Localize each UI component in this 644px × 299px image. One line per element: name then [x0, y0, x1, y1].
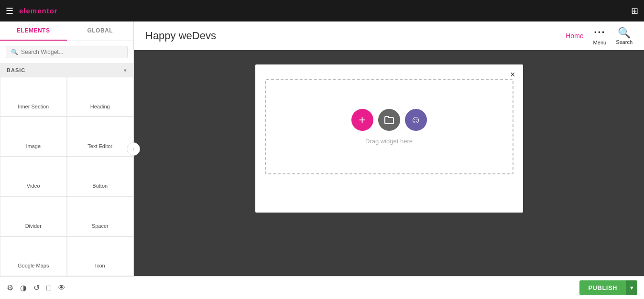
search-icon: 🔍 [11, 49, 18, 55]
happy-button[interactable]: ☺ [405, 109, 427, 131]
nav-menu-label: Menu [593, 40, 607, 45]
sidebar-search: 🔍 [0, 41, 133, 64]
widget-label-divider: Divider [25, 223, 42, 229]
layers-icon[interactable]: ◑ [20, 283, 27, 292]
nav-home-link[interactable]: Home [566, 32, 583, 40]
tab-global[interactable]: GLOBAL [67, 21, 134, 41]
sidebar-tabs: ELEMENTS GLOBAL [0, 21, 133, 41]
history-icon[interactable]: ↺ [33, 283, 40, 292]
responsive-icon[interactable]: □ [46, 284, 51, 292]
bottom-bar: ⚙ ◑ ↺ □ 👁 PUBLISH ▾ [0, 276, 644, 299]
add-widget-button[interactable]: + [351, 109, 373, 131]
section-label: BASIC [7, 67, 25, 73]
widget-grid: Inner Section H Heading [0, 77, 133, 276]
sidebar: ELEMENTS GLOBAL 🔍 BASIC ▾ [0, 21, 134, 276]
widget-text-editor[interactable]: Text Editor [67, 117, 134, 156]
nav-search-label: Search [616, 39, 633, 45]
widget-heading[interactable]: H Heading [67, 77, 134, 117]
preview-bar: Happy weDevs Home ··· Menu 🔍 Search [134, 21, 644, 50]
search-icon: 🔍 [618, 27, 631, 39]
sidebar-collapse-toggle[interactable]: ‹ [127, 142, 140, 156]
elementor-logo: elementor [19, 7, 58, 15]
publish-arrow-button[interactable]: ▾ [626, 280, 637, 295]
widget-divider[interactable]: Divider [0, 196, 67, 236]
widget-label-inner-section: Inner Section [18, 104, 49, 109]
site-title: Happy weDevs [145, 30, 216, 42]
widget-image[interactable]: Image [0, 117, 67, 156]
widget-label-button: Button [92, 183, 108, 189]
widget-video[interactable]: Video [0, 157, 67, 196]
widget-spacer[interactable]: Spacer [67, 196, 134, 236]
grid-icon[interactable]: ⊞ [631, 6, 638, 16]
widget-label-video: Video [27, 183, 40, 189]
main-layout: ELEMENTS GLOBAL 🔍 BASIC ▾ [0, 21, 644, 276]
tab-elements[interactable]: ELEMENTS [0, 21, 67, 41]
widget-icon[interactable]: Icon [67, 236, 134, 276]
preview-nav: Home ··· Menu 🔍 Search [566, 26, 633, 45]
widget-label-image: Image [26, 143, 41, 149]
drop-zone: + ☺ Drag widget here [265, 79, 513, 174]
widget-label-spacer: Spacer [92, 223, 109, 229]
widget-label-icon: Icon [95, 263, 105, 268]
preview-icon[interactable]: 👁 [58, 284, 65, 292]
widget-button[interactable]: Button [67, 157, 134, 196]
hamburger-menu-icon[interactable]: ☰ [6, 6, 13, 16]
widget-label-text-editor: Text Editor [87, 143, 112, 149]
widget-label-heading: Heading [90, 104, 110, 109]
widget-inner-section[interactable]: Inner Section [0, 77, 67, 117]
canvas-area: Happy weDevs Home ··· Menu 🔍 Search × [134, 21, 644, 276]
search-input[interactable] [21, 49, 122, 55]
chevron-down-icon: ▾ [124, 68, 127, 73]
nav-menu[interactable]: ··· Menu [593, 26, 607, 45]
canvas-content: × + ☺ Drag widget here [134, 50, 644, 276]
publish-button[interactable]: PUBLISH [579, 280, 626, 295]
settings-icon[interactable]: ⚙ [7, 283, 13, 292]
top-bar: ☰ elementor ⊞ [0, 0, 644, 21]
drop-buttons: + ☺ [351, 109, 427, 131]
bottom-bar-left: ⚙ ◑ ↺ □ 👁 [7, 283, 65, 292]
folder-button[interactable] [378, 109, 400, 131]
close-icon[interactable]: × [510, 70, 515, 79]
widget-google-maps[interactable]: Google Maps [0, 236, 67, 276]
section-box: × + ☺ Drag widget here [255, 64, 523, 213]
widget-label-google-maps: Google Maps [18, 263, 49, 268]
drop-label: Drag widget here [365, 138, 413, 145]
publish-group: PUBLISH ▾ [579, 280, 637, 295]
section-header-basic[interactable]: BASIC ▾ [0, 64, 133, 77]
nav-search[interactable]: 🔍 Search [616, 27, 633, 45]
